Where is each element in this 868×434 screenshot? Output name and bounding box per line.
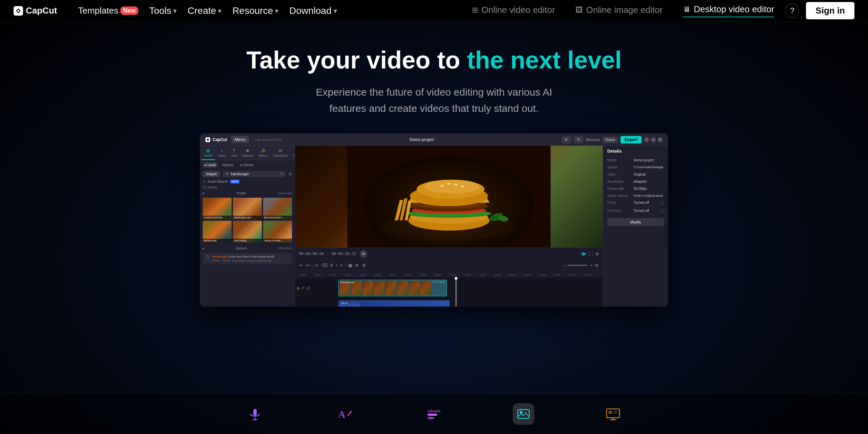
details-framerate-value: 30.00fps xyxy=(634,187,664,191)
grid-view-icon[interactable]: ⊞ xyxy=(289,172,292,176)
video-track-link-icon[interactable]: 🔗 xyxy=(306,286,310,290)
speed-icon[interactable]: ⚡ xyxy=(361,263,367,268)
proxy-toggle-icon[interactable]: ⓘ xyxy=(660,201,664,205)
speech-item[interactable]: 🎵 Hamburger is the best food in the whol… xyxy=(203,253,292,264)
speech-waveform-icon: 🎵 xyxy=(205,255,210,260)
play-pause-button[interactable]: ⏸ xyxy=(360,250,367,258)
details-row-saved: Saved: C:/User/video/footage xyxy=(603,164,668,171)
settings-icon[interactable]: ⚙ xyxy=(574,136,583,143)
maximize-button[interactable]: □ xyxy=(651,137,656,142)
undo-icon[interactable]: ↩ xyxy=(299,263,303,268)
details-import-value: Keep in original place xyxy=(634,194,664,197)
align-icon[interactable]: ≡ xyxy=(340,263,342,268)
nav-item-templates[interactable]: Templates New xyxy=(73,3,143,19)
nav-item-resource[interactable]: Resource ▾ xyxy=(228,3,283,19)
svg-line-25 xyxy=(348,412,351,416)
clip-frame-3 xyxy=(362,281,373,295)
clear-search-icon[interactable]: ✕ xyxy=(280,172,283,176)
italic-icon[interactable]: I xyxy=(336,263,337,268)
import-button[interactable]: Import xyxy=(203,171,220,177)
tab-desktop-video[interactable]: 🖥 Desktop video editor xyxy=(683,4,774,17)
media-thumb-6[interactable]: beauty of street... xyxy=(263,221,292,242)
share-button[interactable]: Share xyxy=(603,137,618,143)
minimize-button[interactable]: – xyxy=(644,137,649,142)
media-nav-spaces[interactable]: Spaces xyxy=(220,162,236,167)
music-track-content: Music xyxy=(311,299,603,307)
media-thumb-1[interactable]: Cheerful-2023nat... xyxy=(203,198,232,219)
details-proxy-label: Proxy: xyxy=(607,201,631,204)
transitions-tab-icon: ⇄ xyxy=(278,148,282,153)
timeline-ruler: 00:00 05:00 10:00 15:00 20:00 25:00 30:0… xyxy=(295,271,603,277)
navbar-logo[interactable]: CapCut xyxy=(14,5,57,16)
media-nav-library[interactable]: ▸ Library xyxy=(238,162,255,167)
shortcut-button[interactable]: Shortcut xyxy=(586,138,600,142)
split-icon[interactable]: ✂ xyxy=(315,263,319,268)
media-search-input[interactable] xyxy=(231,172,279,176)
media-nav-local[interactable]: ▸ Local xyxy=(203,162,218,167)
music-clip[interactable]: Music xyxy=(338,300,450,307)
show-less-image[interactable]: Show less xyxy=(278,192,292,195)
ruler-mark-14: 01:05 xyxy=(494,274,509,277)
bottom-timeline-icon xyxy=(423,403,445,425)
details-freelayer-value: Turned off xyxy=(634,209,658,213)
zoom-in-icon[interactable]: + xyxy=(590,263,593,268)
video-track-lock-icon[interactable]: 🔒 xyxy=(296,286,300,290)
bottom-nav-timeline[interactable] xyxy=(423,403,445,425)
nav-item-tools[interactable]: Tools ▾ xyxy=(144,3,181,19)
bottom-nav-text[interactable]: A xyxy=(334,403,355,425)
zoom-slider[interactable] xyxy=(568,265,588,266)
media-thumb-4[interactable]: kitchen.mp4 xyxy=(203,221,232,242)
modify-button[interactable]: Modify xyxy=(607,218,664,226)
video-clip[interactable]: kitchen.mp4 00:01:26:22 xyxy=(338,280,447,296)
export-button[interactable]: Export xyxy=(620,136,642,143)
more-options-icon[interactable]: ⊞ xyxy=(595,252,599,256)
media-thumb-2[interactable]: Hamburger.mp4 xyxy=(233,198,262,219)
download-chevron-icon: ▾ xyxy=(334,7,337,15)
menu-button[interactable]: Menu xyxy=(231,136,249,143)
bottom-nav-media[interactable] xyxy=(513,403,534,425)
redo-icon[interactable]: ↪ xyxy=(305,263,309,268)
effects-tab-label: Effects xyxy=(258,154,268,157)
details-row-proxy: Proxy: Turned off ⓘ xyxy=(603,199,668,207)
music-waveform xyxy=(339,301,449,307)
tab-online-video[interactable]: ⊞ Online video editor xyxy=(472,5,555,17)
nav-item-create[interactable]: Create ▾ xyxy=(183,3,226,19)
zoom-out-icon[interactable]: – xyxy=(563,263,566,268)
effects-tab-icon: ✨ xyxy=(260,148,266,153)
tool-tab-text[interactable]: T Text xyxy=(229,146,240,160)
tool-tab-stickers[interactable]: ★ Stickers xyxy=(239,146,256,160)
video-track-eye-icon[interactable]: 👁 xyxy=(301,286,305,290)
wave-14 xyxy=(353,301,354,307)
tool-tab-effects[interactable]: ✨ Effects xyxy=(256,146,270,160)
fullscreen-icon[interactable]: ⊞ xyxy=(561,136,571,143)
ruler-mark-19: 01:30 xyxy=(569,274,584,277)
image-section-header: ▸ Image Show less xyxy=(200,190,295,196)
settings-timeline-icon[interactable]: ⚙ xyxy=(595,263,599,268)
media-thumb-5[interactable]: chef-cutting... xyxy=(233,221,262,242)
freelayer-toggle-icon[interactable]: ⓘ xyxy=(660,209,664,214)
help-button[interactable]: ? xyxy=(785,4,799,18)
fullscreen-icon[interactable]: ⛶ xyxy=(589,252,593,256)
bold-icon[interactable]: B xyxy=(330,263,333,268)
freeze-icon[interactable]: ❄ xyxy=(355,263,359,268)
image-section-label: Image xyxy=(237,191,246,195)
bottom-nav-audio[interactable] xyxy=(244,403,266,425)
details-proxy-value: Turned off xyxy=(634,201,658,204)
bottom-desktop-icon xyxy=(602,403,624,425)
tool-tab-media[interactable]: ⊞ Media xyxy=(201,146,215,160)
svg-rect-38 xyxy=(614,413,617,414)
text-tab-label: Text xyxy=(231,154,237,157)
speech-text: Hamburger is the best food in the whole … xyxy=(212,255,290,262)
signin-button[interactable]: Sign in xyxy=(806,2,854,19)
clip-frame-8 xyxy=(420,281,431,295)
bottom-nav-desktop[interactable] xyxy=(602,403,624,425)
close-button[interactable]: × xyxy=(658,137,663,142)
tool-tab-transitions[interactable]: ⇄ Transitions xyxy=(270,146,291,160)
tab-online-image[interactable]: 🖼 Online image editor xyxy=(575,5,663,17)
delete-icon[interactable]: ⌫ xyxy=(321,263,328,268)
tool-tab-audio[interactable]: ♪ Audio xyxy=(215,146,229,160)
nav-item-download[interactable]: Download ▾ xyxy=(284,3,342,19)
clip-icon[interactable]: ▣ xyxy=(348,263,352,268)
media-thumb-3[interactable]: Beef-download-4... xyxy=(263,198,292,219)
show-less-speech[interactable]: Show less xyxy=(278,246,292,250)
